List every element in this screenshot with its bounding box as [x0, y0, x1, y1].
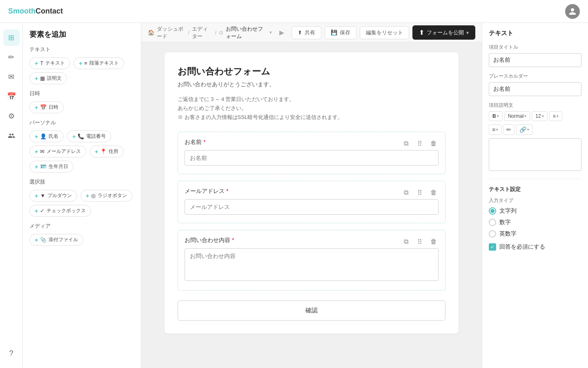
- elements-panel-title: 要素を追加: [29, 29, 134, 39]
- avatar[interactable]: [565, 4, 580, 19]
- breadcrumb-dashboard: ダッシュボード: [157, 25, 186, 40]
- reset-button[interactable]: 編集をリセット: [360, 26, 409, 39]
- section-select-title: 選択肢: [29, 178, 134, 186]
- field-block-inquiry: お問い合わせ内容 * ⧉ ⠿ 🗑: [178, 230, 445, 291]
- save-icon: 💾: [331, 29, 337, 36]
- element-text[interactable]: + T テキスト: [29, 57, 70, 69]
- section-text-title: テキスト: [29, 46, 134, 53]
- input-type-label: 入力タイプ: [489, 197, 581, 204]
- section-date-title: 日時: [29, 90, 134, 97]
- element-datetime[interactable]: + 📅 日時: [29, 101, 64, 113]
- select-elements-grid: + ▼ プルダウン + ◎ ラジオボタン + ✓ チェックボックス: [29, 190, 134, 217]
- breadcrumb: 🏠 ダッシュボード / エディター / ⊙ お問い合わせフォーム ▾: [148, 25, 272, 40]
- required-label: 回答を必須にする: [499, 243, 545, 251]
- placeholder-input[interactable]: [489, 82, 581, 96]
- field-drag-email[interactable]: ⠿: [414, 187, 425, 198]
- element-checkbox[interactable]: + ✓ チェックボックス: [29, 205, 91, 217]
- field-copy-inquiry[interactable]: ⧉: [400, 236, 412, 247]
- field-copy-email[interactable]: ⧉: [400, 187, 412, 198]
- publish-button[interactable]: ⬆ フォームを公開 ▾: [412, 25, 475, 40]
- elements-panel: 要素を追加 テキスト + T テキスト + ≡ 段落テキスト + ▦ 説明文: [23, 23, 141, 368]
- right-panel: テキスト 項目タイトル プレースホルダー 項目説明文 B ▾ Normal ▾ …: [482, 23, 588, 368]
- icon-sidebar: ⊞ ✏ ✉ 📅 ⚙ ?: [0, 23, 23, 368]
- element-dropdown[interactable]: + ▼ プルダウン: [29, 190, 77, 202]
- link-button[interactable]: 🔗 ▾: [516, 124, 532, 135]
- field-drag-name[interactable]: ⠿: [414, 138, 425, 149]
- field-copy-name[interactable]: ⧉: [400, 138, 412, 149]
- sidebar-item-settings[interactable]: ⚙: [3, 108, 20, 124]
- element-address[interactable]: + 📍 住所: [89, 146, 124, 157]
- field-actions-email: ⧉ ⠿ 🗑: [400, 187, 439, 198]
- share-button[interactable]: ⬆ 共有: [292, 26, 321, 39]
- field-actions-name: ⧉ ⠿ 🗑: [400, 138, 439, 149]
- element-phone[interactable]: + 📞 電話番号: [67, 130, 111, 142]
- element-attachment[interactable]: + 📎 添付ファイル: [29, 234, 83, 246]
- size-button[interactable]: 12 ▾: [532, 111, 547, 121]
- field-input-name[interactable]: [185, 150, 439, 166]
- radio-string[interactable]: 文字列: [489, 207, 581, 215]
- canvas-area: お問い合わせフォーム お問い合わせありがとうございます。 ご返信までに３～４営業…: [141, 43, 482, 368]
- description-textarea[interactable]: [489, 138, 581, 171]
- field-delete-email[interactable]: 🗑: [428, 187, 439, 198]
- section-divider: [489, 179, 581, 179]
- confirm-button[interactable]: 確認: [178, 301, 445, 321]
- item-title-input[interactable]: [489, 53, 581, 67]
- element-radio[interactable]: + ◎ ラジオボタン: [80, 190, 132, 202]
- sidebar-item-calendar[interactable]: 📅: [3, 88, 20, 105]
- field-block-name: お名前 * ⧉ ⠿ 🗑: [178, 132, 445, 174]
- field-drag-inquiry[interactable]: ⠿: [414, 236, 425, 247]
- media-elements-grid: + 📎 添付ファイル: [29, 234, 134, 246]
- align-button[interactable]: ≡ ▾: [549, 111, 562, 121]
- text-elements-grid: + T テキスト + ≡ 段落テキスト + ▦ 説明文: [29, 57, 134, 84]
- format-toolbar-1: B ▾ Normal ▾ 12 ▾ ≡ ▾: [489, 111, 581, 121]
- topbar: SmoothContact: [0, 0, 588, 23]
- form-info: ご返信までに３～４営業日いただいております。 あらかじめご了承ください。 ※ お…: [178, 95, 445, 122]
- radio-string-circle: [489, 207, 496, 215]
- field-input-email[interactable]: [185, 199, 439, 215]
- play-button[interactable]: ▶: [275, 26, 288, 39]
- publish-icon: ⬆: [419, 29, 424, 36]
- section-media-title: メディア: [29, 222, 134, 230]
- sidebar-item-mail[interactable]: ✉: [3, 69, 20, 85]
- field-block-email: メールアドレス * ⧉ ⠿ 🗑: [178, 181, 445, 223]
- element-name[interactable]: + 👤 氏名: [29, 130, 64, 142]
- element-description[interactable]: + ▦ 説明文: [29, 72, 67, 84]
- personal-elements-grid: + 👤 氏名 + 📞 電話番号 + ✉ メールアドレス + 📍 住: [29, 130, 134, 173]
- required-checkbox: ✓: [489, 243, 496, 251]
- bold-button[interactable]: B ▾: [489, 111, 503, 121]
- element-paragraph[interactable]: + ≡ 段落テキスト: [74, 57, 124, 69]
- required-checkbox-option[interactable]: ✓ 回答を必須にする: [489, 243, 581, 251]
- field-delete-inquiry[interactable]: 🗑: [428, 236, 439, 247]
- sidebar-item-help[interactable]: ?: [3, 345, 20, 361]
- sidebar-item-edit[interactable]: ✏: [3, 49, 20, 65]
- main-content: 要素を追加 テキスト + T テキスト + ≡ 段落テキスト + ▦ 説明文: [23, 23, 588, 368]
- form-title: お問い合わせフォーム: [178, 65, 445, 78]
- pen-button[interactable]: ✏: [503, 124, 514, 135]
- placeholder-label: プレースホルダー: [489, 73, 581, 80]
- date-elements-grid: + 📅 日時: [29, 101, 134, 113]
- field-delete-name[interactable]: 🗑: [428, 138, 439, 149]
- format-toolbar-2: ≡ ▾ ✏ 🔗 ▾: [489, 124, 581, 135]
- text-settings-title: テキスト設定: [489, 186, 581, 193]
- share-icon: ⬆: [298, 29, 302, 36]
- save-button[interactable]: 💾 保存: [325, 26, 356, 39]
- field-textarea-inquiry[interactable]: [185, 248, 439, 281]
- radio-alphanumeric-circle: [489, 230, 496, 238]
- breadcrumb-current: お問い合わせフォーム: [226, 25, 267, 40]
- sub-header-actions: ▶ ⬆ 共有 💾 保存 編集をリセット ⬆ フォームを公開: [275, 25, 475, 40]
- style-button[interactable]: Normal ▾: [504, 111, 530, 121]
- element-email[interactable]: + ✉ メールアドレス: [29, 146, 86, 157]
- form-icon: ⊙: [219, 29, 223, 36]
- radio-number[interactable]: 数字: [489, 219, 581, 226]
- topbar-right: [565, 4, 580, 19]
- description-label: 項目説明文: [489, 102, 581, 109]
- right-panel-title: テキスト: [489, 29, 581, 37]
- field-actions-inquiry: ⧉ ⠿ 🗑: [400, 236, 439, 247]
- form-subtitle: お問い合わせありがとうございます。: [178, 81, 445, 88]
- sidebar-item-users[interactable]: [3, 128, 20, 144]
- sidebar-item-grid[interactable]: ⊞: [3, 29, 20, 46]
- list-button[interactable]: ≡ ▾: [489, 124, 501, 135]
- radio-alphanumeric[interactable]: 英数字: [489, 230, 581, 238]
- element-birthday[interactable]: + 🪪 生年月日: [29, 161, 74, 173]
- breadcrumb-chevron[interactable]: ▾: [270, 30, 272, 35]
